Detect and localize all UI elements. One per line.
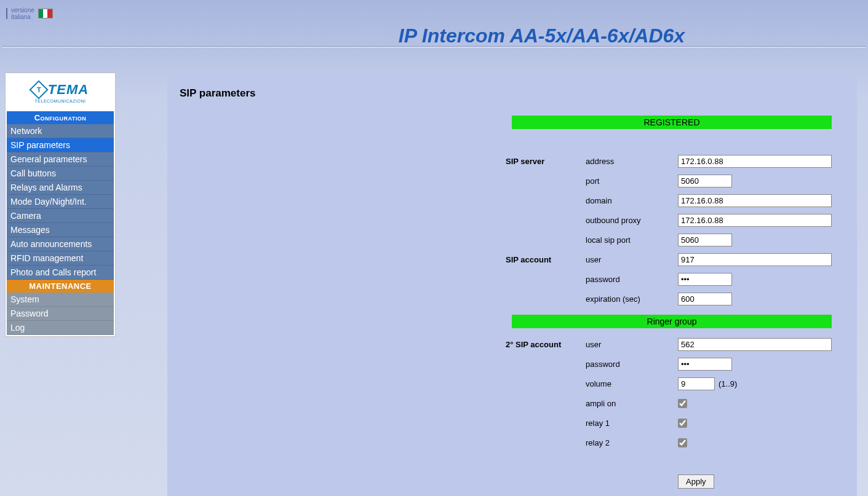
checkbox-relay2[interactable]: [678, 438, 687, 447]
section-second-sip-account: 2° SIP account: [506, 340, 586, 349]
sidebar-item-messages[interactable]: Messages: [7, 223, 114, 237]
page-header-title: IP Intercom AA-5x/AA-6x/AD6x: [0, 25, 868, 47]
sidebar-item-general-parameters[interactable]: General parameters: [7, 152, 114, 167]
sidebar-item-mode-day-night[interactable]: Mode Day/Night/Int.: [7, 195, 114, 209]
input-expiration[interactable]: [678, 293, 732, 305]
language-toggle[interactable]: versioneitaliana: [6, 7, 53, 20]
sip-form: SIP server address port domain outbound …: [506, 151, 845, 489]
label-expiration: expiration (sec): [586, 294, 678, 304]
input-password2[interactable]: [678, 358, 732, 371]
label-password: password: [586, 275, 678, 284]
page-title: SIP parameters: [180, 87, 845, 100]
input-local-sip-port[interactable]: [678, 234, 732, 246]
apply-button[interactable]: Apply: [678, 474, 714, 489]
label-volume: volume: [586, 379, 678, 388]
input-address[interactable]: [678, 155, 832, 168]
sidebar: TEMA TELECOMUNICAZIONI Configuration Net…: [5, 73, 116, 337]
label-relay2: relay 2: [586, 438, 678, 447]
lang-bar-icon: [6, 8, 7, 19]
sidebar-item-sip-parameters[interactable]: SIP parameters: [7, 138, 114, 152]
italy-flag-icon: [38, 9, 53, 18]
label-ampli-on: ampli on: [586, 399, 678, 408]
input-volume[interactable]: [678, 377, 715, 390]
status-banner: REGISTERED: [512, 116, 832, 129]
label-user: user: [586, 255, 678, 264]
header-divider: [2, 46, 866, 47]
content-panel: SIP parameters REGISTERED SIP server add…: [167, 73, 857, 496]
input-user2[interactable]: [678, 338, 832, 351]
sidebar-item-password[interactable]: Password: [7, 307, 114, 321]
label-address: address: [586, 157, 678, 166]
input-user[interactable]: [678, 253, 832, 266]
logo: TEMA TELECOMUNICAZIONI: [7, 74, 114, 110]
checkbox-relay1[interactable]: [678, 419, 687, 428]
input-password[interactable]: [678, 273, 732, 286]
sidebar-item-network[interactable]: Network: [7, 124, 114, 138]
logo-diamond-icon: [29, 80, 48, 99]
input-port[interactable]: [678, 175, 732, 187]
label-local-sip-port: local sip port: [586, 235, 678, 245]
sidebar-item-photo-calls-report[interactable]: Photo and Calls report: [7, 266, 114, 280]
sidebar-item-rfid-management[interactable]: RFID management: [7, 251, 114, 266]
label-outbound-proxy: outbound proxy: [586, 216, 678, 225]
sidebar-header-maintenance: MAINTENANCE: [7, 280, 114, 293]
sidebar-item-system[interactable]: System: [7, 293, 114, 307]
volume-hint: (1..9): [719, 379, 737, 388]
ringer-group-banner: Ringer group: [512, 315, 832, 328]
label-domain: domain: [586, 196, 678, 205]
label-relay1: relay 1: [586, 419, 678, 428]
section-sip-server: SIP server: [506, 157, 586, 166]
sidebar-header-configuration: Configuration: [7, 111, 114, 124]
sidebar-item-relays-alarms[interactable]: Relays and Alarms: [7, 181, 114, 195]
lang-label: versioneitaliana: [11, 7, 34, 20]
logo-subtitle: TELECOMUNICAZIONI: [35, 99, 86, 103]
input-domain[interactable]: [678, 194, 832, 207]
label-password2: password: [586, 360, 678, 369]
label-user2: user: [586, 340, 678, 349]
sidebar-item-camera[interactable]: Camera: [7, 209, 114, 223]
logo-brand: TEMA: [48, 82, 89, 98]
sidebar-item-log[interactable]: Log: [7, 321, 114, 335]
sidebar-item-auto-announcements[interactable]: Auto announcements: [7, 237, 114, 251]
sidebar-item-call-buttons[interactable]: Call buttons: [7, 167, 114, 181]
checkbox-ampli-on[interactable]: [678, 399, 687, 408]
section-sip-account: SIP account: [506, 255, 586, 264]
label-port: port: [586, 176, 678, 186]
input-outbound-proxy[interactable]: [678, 214, 832, 227]
